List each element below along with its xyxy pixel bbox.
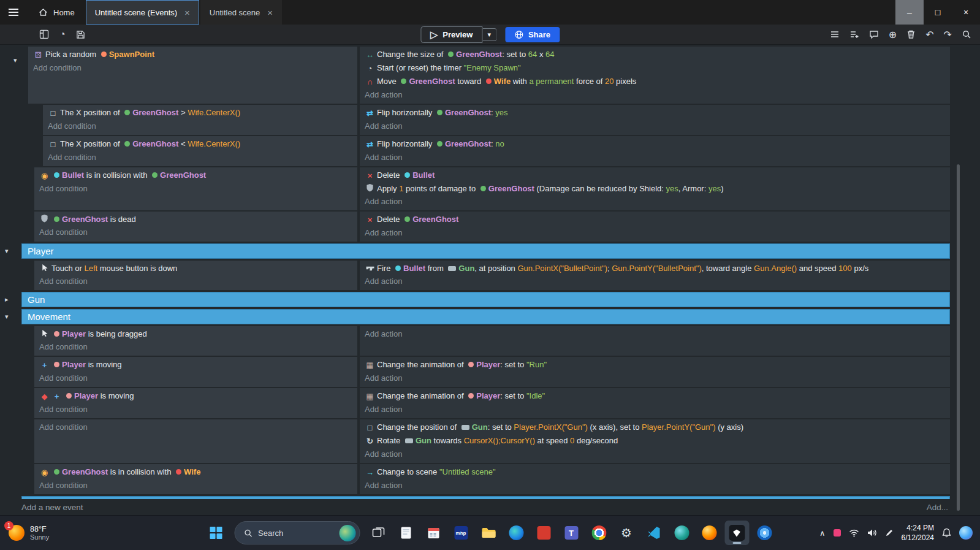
add-more-button[interactable]: Add... [927, 503, 948, 512]
add-action-button[interactable]: Add action [365, 120, 945, 132]
taskbar-app-chrome[interactable] [587, 521, 611, 545]
add-condition-button[interactable]: Add condition [39, 372, 352, 384]
add-action-button[interactable]: Add action [365, 275, 945, 288]
action-line[interactable]: ▦Change the animation of Player: set to … [365, 358, 945, 372]
add-action-button[interactable]: Add action [365, 479, 945, 492]
search-icon[interactable] [962, 29, 971, 39]
tray-app-icon[interactable] [834, 529, 841, 537]
event-list-icon[interactable] [830, 29, 840, 39]
history-icon[interactable]: ◔ [59, 29, 66, 40]
comment-icon[interactable] [869, 29, 879, 39]
taskbar-search[interactable]: Search [234, 521, 360, 544]
tab-2[interactable]: Untitled scene× [200, 0, 282, 25]
condition-line[interactable]: □The X position of GreenGhost > Wife.Cen… [48, 106, 352, 120]
condition-line[interactable]: □The X position of GreenGhost < Wife.Cen… [48, 137, 352, 151]
add-action-button[interactable]: Add action [365, 327, 945, 340]
taskbar-app-mhp[interactable]: mhp [449, 521, 473, 545]
taskbar-app-gdevelop[interactable] [724, 521, 749, 545]
event-group-movement[interactable]: ▾Movement [21, 309, 950, 324]
clock[interactable]: 4:24 PM 6/12/2024 [902, 523, 934, 543]
panels-icon[interactable] [39, 29, 49, 39]
share-button[interactable]: Share [505, 27, 560, 42]
action-line[interactable]: ×Delete GreenGhost [365, 213, 945, 226]
taskbar-app-vscode[interactable] [642, 521, 666, 545]
start-button[interactable] [203, 521, 228, 545]
add-condition-button[interactable]: Add condition [33, 61, 352, 74]
condition-line[interactable]: ◆+Player is moving [39, 389, 352, 403]
save-icon[interactable] [76, 30, 85, 39]
add-action-button[interactable]: Add action [365, 372, 945, 384]
taskbar-app-edge-dev[interactable] [669, 521, 694, 545]
vertical-scrollbar[interactable] [957, 164, 960, 511]
add-condition-button[interactable]: Add condition [39, 226, 352, 239]
add-condition-button[interactable]: Add condition [39, 275, 352, 288]
action-line[interactable]: ⇄Flip horizontally GreenGhost: yes [365, 106, 945, 120]
add-action-button[interactable]: Add action [365, 226, 945, 239]
undo-icon[interactable]: ↶ [925, 29, 933, 40]
pen-icon[interactable] [885, 529, 894, 537]
condition-line[interactable]: ◉GreenGhost is in collision with Wife [39, 465, 352, 479]
add-condition-button[interactable]: Add condition [39, 340, 352, 353]
condition-line[interactable]: Touch or Left mouse button is down [39, 262, 352, 275]
redo-icon[interactable]: ↷ [944, 29, 952, 40]
action-line[interactable]: ∩Move GreenGhost toward Wife with a perm… [365, 75, 945, 88]
add-condition-button[interactable]: Add condition [48, 151, 352, 164]
add-action-button[interactable]: Add action [365, 88, 945, 101]
action-line[interactable]: Apply 1 points of damage to GreenGhost (… [365, 182, 945, 195]
notifications-bell-icon[interactable] [942, 528, 951, 538]
event-group-player[interactable]: ▾Player [21, 243, 950, 259]
condition-line[interactable]: ⚄Pick a random SpawnPoint [33, 48, 352, 61]
add-condition-button[interactable]: Add condition [48, 120, 352, 132]
add-condition-button[interactable]: Add condition [39, 403, 352, 416]
taskbar-app-file-explorer[interactable] [476, 521, 501, 545]
taskbar-app-calendar[interactable] [421, 521, 446, 545]
condition-line[interactable]: +Player is moving [39, 358, 352, 372]
minimize-button[interactable]: – [895, 0, 924, 25]
action-line[interactable]: ↔Change the size of GreenGhost: set to 6… [365, 48, 945, 61]
tray-chevron-icon[interactable]: ∧ [819, 529, 826, 538]
action-line[interactable]: □Change the position of Gun: set to Play… [365, 421, 945, 434]
tab-close-icon[interactable]: × [267, 7, 273, 18]
add-circle-icon[interactable]: ⊕ [889, 29, 897, 40]
action-line[interactable]: Fire Bullet from Gun, at position Gun.Po… [365, 262, 945, 275]
action-line[interactable]: ◔Start (or reset) the timer "Enemy Spawn… [365, 61, 945, 75]
weather-widget[interactable]: 1 88°F Sunny [0, 525, 49, 541]
wifi-icon[interactable] [849, 529, 859, 537]
taskbar-app-firefox[interactable] [697, 521, 721, 545]
action-line[interactable]: ▦Change the animation of Player: set to … [365, 389, 945, 403]
action-line[interactable]: ↻Rotate Gun towards CursorX();CursorY() … [365, 434, 945, 448]
add-action-button[interactable]: Add action [365, 195, 945, 208]
taskbar-app-photos[interactable] [752, 521, 777, 545]
add-condition-button[interactable]: Add condition [39, 182, 352, 195]
close-button[interactable]: × [952, 0, 980, 25]
condition-line[interactable]: GreenGhost is dead [39, 213, 352, 226]
trash-icon[interactable] [906, 29, 916, 39]
volume-icon[interactable] [867, 529, 877, 537]
tab-close-icon[interactable]: × [184, 7, 190, 18]
tab-1[interactable]: Untitled scene (Events)× [86, 0, 199, 25]
add-new-event-button[interactable]: Add a new event Add... [0, 499, 980, 515]
add-action-button[interactable]: Add action [365, 448, 945, 460]
add-condition-button[interactable]: Add condition [39, 421, 352, 434]
event-collapse-arrow-icon[interactable]: ▾ [13, 56, 17, 64]
add-action-button[interactable]: Add action [365, 151, 945, 164]
add-condition-button[interactable]: Add condition [39, 479, 352, 492]
group-collapse-arrow-icon[interactable]: ▾ [5, 247, 9, 255]
copilot-icon[interactable] [959, 526, 973, 540]
taskbar-app-task-view[interactable] [366, 521, 390, 545]
maximize-button[interactable]: □ [924, 0, 952, 25]
action-line[interactable]: ×Delete Bullet [365, 169, 945, 182]
group-expand-arrow-icon[interactable]: ▸ [5, 296, 9, 304]
action-line[interactable]: →Change to scene "Untitled scene" [365, 465, 945, 479]
taskbar-app-settings[interactable]: ⚙ [614, 521, 639, 545]
event-group-gun[interactable]: ▸Gun [21, 292, 950, 307]
preview-button[interactable]: ▷ Preview [420, 26, 482, 43]
add-action-button[interactable]: Add action [365, 403, 945, 416]
home-tab[interactable]: Home [27, 0, 86, 25]
taskbar-app-teams[interactable]: T [559, 521, 583, 545]
hamburger-menu-button[interactable] [0, 0, 27, 25]
preview-dropdown-button[interactable]: ▾ [482, 28, 496, 41]
group-collapse-arrow-icon[interactable]: ▾ [5, 313, 9, 321]
taskbar-app-edge[interactable] [504, 521, 528, 545]
condition-line[interactable]: Player is being dragged [39, 327, 352, 340]
